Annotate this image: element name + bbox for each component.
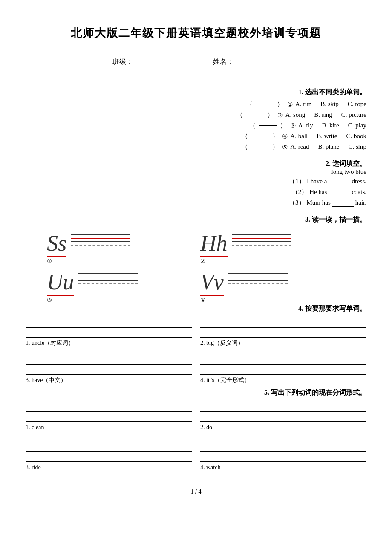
section5-title: 5. 写出下列动词的现在分词形式。 (26, 388, 366, 397)
big-line2[interactable] (200, 330, 366, 338)
q4-b: B. write (310, 132, 337, 140)
q3-c: C. play (342, 121, 366, 130)
its-label: 4. it"s（完全形式） (200, 376, 366, 384)
fill2-text1: He has (309, 188, 327, 196)
uu-line4 (78, 283, 138, 284)
q5-row: （ ） ⑤ A. read B. plane C. ship (26, 143, 366, 151)
page-title: 北师大版二年级下册英语填空题校外培训专项题 (26, 26, 366, 40)
q2-c: C. picture (335, 111, 366, 119)
clean-line2[interactable] (26, 414, 192, 422)
fill2-blank[interactable] (329, 188, 350, 196)
big-line1[interactable] (200, 320, 366, 328)
ride-label: 3. ride (26, 464, 192, 471)
hh-line4 (232, 245, 291, 246)
clean-line1[interactable] (26, 404, 192, 412)
clean-label-line[interactable] (45, 424, 192, 431)
hh-line1 (232, 234, 291, 235)
ss-line1 (71, 234, 130, 235)
ride-line1[interactable] (26, 444, 192, 452)
watch-label-text: 4. watch (200, 464, 220, 471)
fill3-text2: hair. (355, 199, 366, 206)
uncle-label-line[interactable] (76, 339, 192, 347)
q1-paren-close: ） (276, 100, 285, 108)
name-blank[interactable] (237, 58, 280, 66)
q4-answer[interactable] (251, 136, 268, 136)
big-item: 2. big（反义词） (200, 320, 366, 347)
its-label-line[interactable] (252, 376, 366, 384)
name-field: 姓名： (213, 58, 280, 66)
q4-row: （ ） ④ A. ball B. write C. book (26, 132, 366, 140)
its-label-text: 4. it"s（完全形式） (200, 376, 250, 384)
uncle-label-text: 1. uncle（对应词） (26, 339, 74, 347)
uu-letter-display: Uu (47, 270, 74, 296)
fill3-blank[interactable] (332, 199, 354, 207)
uu-line1 (78, 273, 138, 274)
student-info: 班级： 姓名： (26, 58, 366, 66)
section5: 5. 写出下列动词的现在分词形式。 1. clean 2. do (26, 388, 366, 471)
its-line2[interactable] (200, 367, 366, 375)
ride-label-line[interactable] (42, 464, 192, 471)
q5-paren-open: （ (240, 143, 249, 151)
fill3-text1: Mum has (307, 199, 331, 206)
fill1-row: （1） I have a dress. (26, 177, 366, 185)
uncle-line2[interactable] (26, 330, 192, 338)
q1-num: ① (287, 101, 293, 108)
q2-paren-open: （ (236, 111, 244, 119)
fill2-text2: coats. (352, 188, 366, 196)
clean-label: 1. clean (26, 424, 192, 431)
hh-line3 (232, 241, 291, 242)
vv-line3 (228, 280, 288, 281)
q1-answer[interactable] (257, 104, 274, 104)
q1-paren-open: （ (245, 100, 254, 108)
watch-line2[interactable] (200, 454, 366, 462)
q5-num: ⑤ (282, 143, 288, 151)
do-line1[interactable] (200, 404, 366, 412)
q2-a: A. song (285, 111, 306, 119)
q2-num: ② (277, 111, 283, 119)
do-item: 2. do (200, 404, 366, 431)
have-line1[interactable] (26, 357, 192, 365)
class-blank[interactable] (136, 58, 179, 66)
uncle-line1[interactable] (26, 320, 192, 328)
its-item: 4. it"s（完全形式） (200, 357, 366, 384)
watch-label-line[interactable] (221, 464, 366, 471)
uncle-item: 1. uncle（对应词） (26, 320, 192, 347)
watch-line1[interactable] (200, 444, 366, 452)
participle-grid: 1. clean 2. do 3. ride (26, 404, 366, 471)
q3-num: ③ (290, 122, 296, 130)
q2-paren-close: ） (266, 111, 275, 119)
section4-title: 4. 按要那要求写单词。 (26, 304, 366, 313)
ss-line2 (71, 238, 130, 239)
vv-line1 (228, 273, 288, 274)
clean-item: 1. clean (26, 404, 192, 431)
letter-pair-hh: ② Hh (200, 231, 345, 257)
ss-line3 (71, 241, 130, 242)
q5-answer[interactable] (251, 147, 268, 147)
do-label: 2. do (200, 424, 366, 431)
q1-row: （ ） ① A. run B. skip C. rope (26, 100, 366, 108)
q3-answer[interactable] (259, 125, 277, 126)
class-field: 班级： (112, 58, 179, 66)
q5-b: B. plane (311, 143, 339, 151)
q3-paren-open: （ (248, 121, 257, 130)
do-label-line[interactable] (213, 424, 366, 431)
watch-item: 4. watch (200, 444, 366, 471)
fill1-blank[interactable] (329, 178, 350, 185)
q4-a: A. ball (290, 133, 308, 140)
q2-answer[interactable] (247, 115, 264, 115)
big-label: 2. big（反义词） (200, 339, 366, 347)
ride-line2[interactable] (26, 454, 192, 462)
have-line2[interactable] (26, 367, 192, 375)
name-label: 姓名： (213, 58, 233, 66)
its-line1[interactable] (200, 357, 366, 365)
have-label-line[interactable] (68, 376, 192, 384)
q3-paren-close: ） (279, 121, 288, 130)
big-label-line[interactable] (245, 339, 366, 347)
do-line2[interactable] (200, 414, 366, 422)
section3-title: 3. 读一读，描一描。 (305, 216, 366, 223)
ss-letter-display: Ss (47, 231, 66, 257)
section1-questions: （ ） ① A. run B. skip C. rope （ ） ② A. so… (26, 100, 366, 151)
ss-line4 (71, 245, 130, 246)
ride-label-text: 3. ride (26, 464, 41, 471)
have-label: 3. have（中文） (26, 376, 192, 384)
